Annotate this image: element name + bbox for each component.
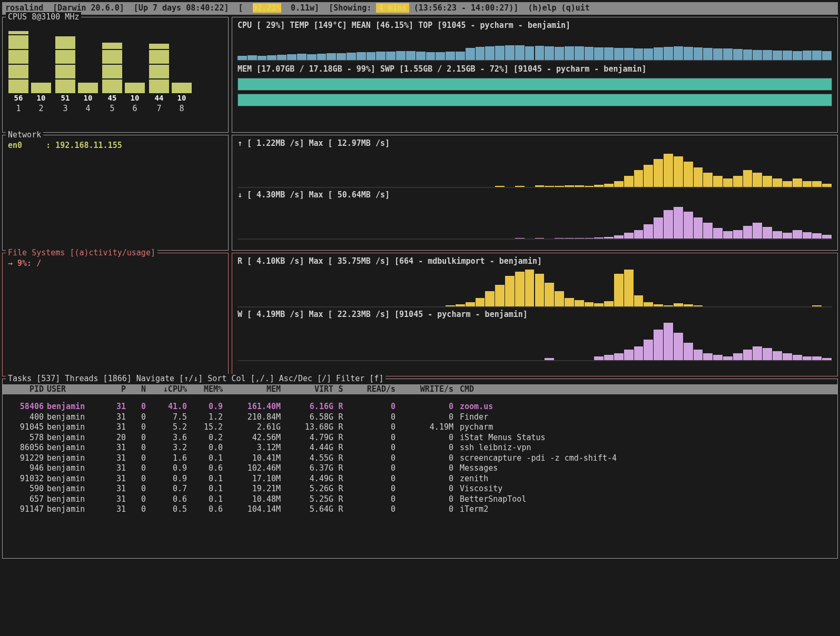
col-s[interactable]: S bbox=[333, 384, 348, 395]
cpu-sparkline bbox=[238, 32, 832, 61]
filesystems-title: File Systems [(a)ctivity/usage] bbox=[6, 248, 157, 259]
table-row[interactable]: 590benjamin3100.70.119.21M5.26GR00Viscos… bbox=[3, 484, 837, 494]
disk-io-panel[interactable]: R [ 4.10KB /s] Max [ 35.75MB /s] [664 - … bbox=[232, 253, 838, 376]
cpu-info-line: CPU [ 29%] TEMP [149°C] MEAN [46.15%] TO… bbox=[238, 21, 832, 31]
cpu-core-bar: 447 bbox=[149, 44, 170, 114]
showing-label: [Showing: bbox=[329, 3, 371, 13]
network-traffic-panel[interactable]: ↑ [ 1.22MB /s] Max [ 12.97MB /s] ↓ [ 4.3… bbox=[232, 135, 838, 251]
status-bar: rosalind [Darwin 20.6.0] [Up 7 days 08:4… bbox=[2, 2, 838, 15]
swap-bar bbox=[238, 94, 832, 106]
tasks-title: Tasks [537] Threads [1866] Navigate [↑/↓… bbox=[6, 374, 386, 384]
cpu-core-bar: 104 bbox=[77, 83, 98, 114]
col-p[interactable]: P bbox=[102, 384, 126, 395]
showing-duration: 4 mins bbox=[376, 3, 409, 13]
battery-pct: 92.21% bbox=[253, 3, 281, 13]
tasks-panel[interactable]: Tasks [537] Threads [1866] Navigate [↑/↓… bbox=[2, 379, 838, 559]
network-down-line: ↓ [ 4.30MB /s] Max [ 50.64MB /s] bbox=[238, 190, 832, 202]
power-watt: 0.11w bbox=[291, 3, 314, 13]
col-virt[interactable]: VIRT bbox=[281, 384, 333, 395]
table-row[interactable]: 400benjamin3107.51.2210.84M6.58GR00Finde… bbox=[3, 412, 837, 423]
download-sparkline bbox=[238, 203, 832, 240]
disk-write-line: W [ 4.19MB /s] Max [ 22.23MB /s] [91045 … bbox=[238, 310, 832, 320]
col-write[interactable]: WRITE/s bbox=[396, 384, 453, 395]
disk-write-sparkline bbox=[238, 321, 832, 361]
network-iface-panel[interactable]: Network en0 : 192.168.11.155 bbox=[2, 135, 229, 251]
table-row[interactable]: 91229benjamin3101.60.110.41M4.55GR00scre… bbox=[3, 453, 837, 464]
table-row[interactable]: 946benjamin3100.90.6102.46M6.37GR00Messa… bbox=[3, 463, 837, 474]
cpu-core-bar: 455 bbox=[102, 43, 123, 114]
col-pid[interactable]: PID bbox=[6, 384, 44, 395]
col-cmd[interactable]: CMD bbox=[453, 384, 474, 395]
cpu-cores-title: CPUS 8@3100 MHz bbox=[6, 12, 81, 23]
network-title: Network bbox=[6, 130, 43, 141]
filesystems-panel[interactable]: File Systems [(a)ctivity/usage] → 9%: / bbox=[2, 253, 229, 376]
cpu-cores-panel[interactable]: CPUS 8@3100 MHz 561102513104455106447108 bbox=[2, 17, 229, 133]
col-read[interactable]: READ/s bbox=[348, 384, 396, 395]
fs-root-usage: → 9%: / bbox=[8, 259, 41, 268]
network-up-line: ↑ [ 1.22MB /s] Max [ 12.97MB /s] bbox=[238, 138, 832, 150]
table-row[interactable]: 578benjamin2003.60.242.56M4.79GR00iStat … bbox=[3, 433, 837, 443]
cpu-core-bar: 108 bbox=[171, 83, 192, 114]
upload-sparkline bbox=[238, 151, 832, 188]
mem-bar bbox=[238, 78, 832, 91]
network-interface: en0 bbox=[8, 141, 22, 150]
cpu-core-bar: 513 bbox=[55, 36, 76, 114]
col-memp[interactable]: MEM% bbox=[187, 384, 223, 395]
table-row[interactable]: 91032benjamin3100.90.117.10M4.49GR00zeni… bbox=[3, 474, 837, 484]
cpu-core-bar: 561 bbox=[8, 31, 29, 114]
disk-read-sparkline bbox=[238, 267, 832, 307]
uptime: [Up 7 days 08:40:22] bbox=[134, 3, 229, 13]
mem-info-line: MEM [17.07GB / 17.18GB - 99%] SWP [1.55G… bbox=[238, 64, 832, 75]
col-user[interactable]: USER bbox=[44, 384, 102, 395]
help-hint[interactable]: (h)elp (q)uit bbox=[528, 3, 589, 13]
col-cpu[interactable]: ↓CPU% bbox=[146, 384, 187, 395]
disk-read-line: R [ 4.10KB /s] Max [ 35.75MB /s] [664 - … bbox=[238, 256, 832, 267]
network-ip: : 192.168.11.155 bbox=[46, 141, 122, 150]
table-row[interactable]: 86056benjamin3103.20.03.12M4.44GR00ssh l… bbox=[3, 443, 837, 453]
col-n[interactable]: N bbox=[126, 384, 146, 395]
showing-range: (13:56:23 - 14:00:27)] bbox=[414, 3, 519, 13]
tasks-header[interactable]: PID USER P N ↓CPU% MEM% MEM VIRT S READ/… bbox=[3, 384, 837, 395]
os-version: [Darwin 20.6.0] bbox=[53, 3, 124, 13]
table-row[interactable]: 58406benjamin31041.00.9161.40M6.16GR00zo… bbox=[3, 402, 837, 412]
table-row[interactable]: 657benjamin3100.60.110.48M5.25GR00Better… bbox=[3, 494, 837, 505]
hostname: rosalind bbox=[5, 3, 43, 13]
cpu-core-bar: 102 bbox=[31, 83, 52, 114]
cpu-history-panel[interactable]: CPU [ 29%] TEMP [149°C] MEAN [46.15%] TO… bbox=[232, 17, 838, 133]
cpu-core-bar: 106 bbox=[124, 83, 145, 114]
table-row[interactable]: 91045benjamin3105.215.22.61G13.68GR04.19… bbox=[3, 422, 837, 433]
col-mem[interactable]: MEM bbox=[223, 384, 281, 395]
table-row[interactable]: 91147benjamin3100.50.6104.14M5.64GR00iTe… bbox=[3, 504, 837, 515]
